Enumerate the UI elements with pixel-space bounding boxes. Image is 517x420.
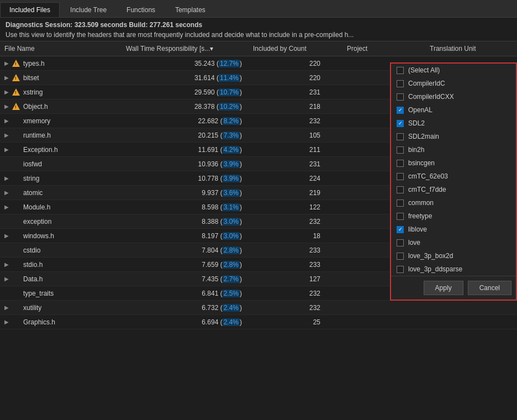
cell-file-name: ▶xutility [0, 304, 122, 312]
cell-wall-time: 7.659 (2.8%) [122, 261, 249, 269]
dropdown-checkbox[interactable] [397, 266, 404, 273]
dropdown-item-label: freetype [408, 212, 432, 220]
cell-included-count: 224 [249, 175, 342, 182]
cell-file-name: ▶atomic [0, 189, 122, 197]
cell-file-name: ▶!bitset [0, 74, 122, 82]
dropdown-checkbox[interactable] [397, 186, 404, 193]
warning-icon: ! [12, 60, 20, 67]
file-name-text: type_traits [23, 290, 54, 297]
col-project[interactable]: Project [342, 45, 425, 53]
expand-arrow-icon[interactable]: ▶ [4, 132, 10, 138]
dropdown-item[interactable]: love [391, 236, 516, 249]
dropdown-checkbox[interactable] [397, 80, 404, 87]
dropdown-item[interactable]: cmTC_62e03 [391, 170, 516, 183]
apply-button[interactable]: Apply [424, 281, 463, 295]
expand-arrow-icon[interactable]: ▶ [4, 60, 10, 66]
dropdown-item[interactable]: freetype [391, 209, 516, 223]
cell-wall-time: 29.590 (10.7%) [122, 88, 249, 96]
cell-file-name: ▶windows.h [0, 232, 122, 240]
cell-included-count: 127 [249, 275, 342, 283]
expand-arrow-icon[interactable]: ▶ [4, 146, 10, 153]
expand-arrow-icon[interactable]: ▶ [4, 103, 10, 109]
cell-file-name: type_traits [0, 290, 122, 297]
file-name-text: runtime.h [23, 132, 51, 139]
col-file-name: File Name [0, 45, 122, 53]
dropdown-checkbox[interactable] [397, 226, 404, 233]
dropdown-item-label: bin2h [408, 146, 424, 154]
dropdown-item[interactable]: (Select All) [391, 64, 516, 77]
file-name-text: Graphics.h [23, 318, 55, 326]
cell-wall-time: 7.435 (2.7%) [122, 275, 249, 283]
tab-functions[interactable]: Functions [117, 2, 165, 17]
dropdown-checkbox[interactable] [397, 253, 404, 260]
dropdown-checkbox[interactable] [397, 173, 404, 180]
tab-templates[interactable]: Templates [166, 2, 215, 17]
table-row[interactable]: ▶Graphics.h6.694 (2.4%)25 [0, 315, 517, 329]
cell-wall-time: 8.388 (3.0%) [122, 218, 249, 225]
dropdown-item[interactable]: CompilerIdC [391, 77, 516, 90]
file-name-text: types.h [23, 60, 45, 67]
table-row[interactable]: ▶xutility6.732 (2.4%)232 [0, 301, 517, 315]
col-translation: Translation Unit [425, 45, 517, 53]
dropdown-checkbox[interactable] [397, 120, 404, 127]
cell-wall-time: 7.804 (2.8%) [122, 246, 249, 254]
expand-arrow-icon[interactable]: ▶ [4, 319, 10, 325]
dropdown-item-label: cmTC_f7dde [408, 186, 446, 193]
dropdown-checkbox[interactable] [397, 93, 404, 101]
cell-wall-time: 28.378 (10.2%) [122, 103, 249, 111]
dropdown-checkbox[interactable] [397, 160, 404, 167]
dropdown-item[interactable]: common [391, 196, 516, 209]
expand-arrow-icon[interactable]: ▶ [4, 175, 10, 181]
expand-arrow-icon[interactable]: ▶ [4, 190, 10, 196]
file-name-text: xutility [23, 304, 41, 312]
cell-wall-time: 6.841 (2.5%) [122, 290, 249, 297]
dropdown-item-label: love_3p_box2d [408, 252, 453, 260]
cell-file-name: iosfwd [0, 160, 122, 168]
dropdown-item-label: common [408, 199, 434, 207]
dropdown-item[interactable]: liblove [391, 223, 516, 236]
expand-arrow-icon[interactable]: ▶ [4, 276, 10, 282]
dropdown-checkbox[interactable] [397, 213, 404, 220]
cell-wall-time: 11.691 (4.2%) [122, 146, 249, 154]
diagnostics-description: Use this view to identify the headers th… [6, 31, 511, 39]
dropdown-checkbox[interactable] [397, 67, 404, 74]
expand-arrow-icon[interactable]: ▶ [4, 204, 10, 210]
tab-include-tree[interactable]: Include Tree [61, 2, 116, 17]
col-wall-time[interactable]: Wall Time Responsibility [s...▾ [122, 45, 249, 53]
expand-arrow-icon[interactable]: ▶ [4, 118, 10, 124]
expand-arrow-icon[interactable]: ▶ [4, 261, 10, 267]
info-bar: Diagnostics Session: 323.509 seconds Bui… [0, 18, 517, 41]
cell-included-count: 233 [249, 246, 342, 254]
dropdown-item-label: liblove [408, 225, 427, 233]
cell-included-count: 233 [249, 261, 342, 269]
expand-arrow-icon[interactable]: ▶ [4, 233, 10, 239]
col-included-count: Included by Count [249, 45, 342, 53]
tab-included-files[interactable]: Included Files [0, 2, 60, 17]
cell-file-name: cstdio [0, 246, 122, 254]
dropdown-checkbox[interactable] [397, 146, 404, 154]
dropdown-item[interactable]: cmTC_f7dde [391, 183, 516, 196]
expand-arrow-icon[interactable]: ▶ [4, 89, 10, 95]
expand-arrow-icon[interactable]: ▶ [4, 305, 10, 311]
dropdown-item[interactable]: SDL2 [391, 117, 516, 130]
file-name-text: Data.h [23, 275, 43, 283]
dropdown-item[interactable]: SDL2main [391, 130, 516, 143]
dropdown-item[interactable]: bin2h [391, 143, 516, 156]
dropdown-item[interactable]: bsincgen [391, 156, 516, 170]
dropdown-item[interactable]: love_3p_box2d [391, 249, 516, 262]
expand-arrow-icon[interactable]: ▶ [4, 75, 10, 81]
dropdown-item[interactable]: love_3p_ddsparse [391, 262, 516, 276]
dropdown-item[interactable]: OpenAL [391, 103, 516, 117]
dropdown-checkbox[interactable] [397, 200, 404, 207]
dropdown-checkbox[interactable] [397, 133, 404, 140]
file-name-text: bitset [23, 74, 39, 82]
dropdown-checkbox[interactable] [397, 239, 404, 246]
file-name-text: Module.h [23, 203, 50, 211]
tab-bar: Included Files Include Tree Functions Te… [0, 0, 517, 18]
cell-included-count: 231 [249, 160, 342, 168]
cell-wall-time: 22.682 (8.2%) [122, 117, 249, 125]
dropdown-checkbox[interactable] [397, 107, 404, 114]
dropdown-item[interactable]: CompilerIdCXX [391, 90, 516, 103]
cancel-button[interactable]: Cancel [468, 281, 511, 295]
cell-file-name: ▶!Object.h [0, 103, 122, 111]
